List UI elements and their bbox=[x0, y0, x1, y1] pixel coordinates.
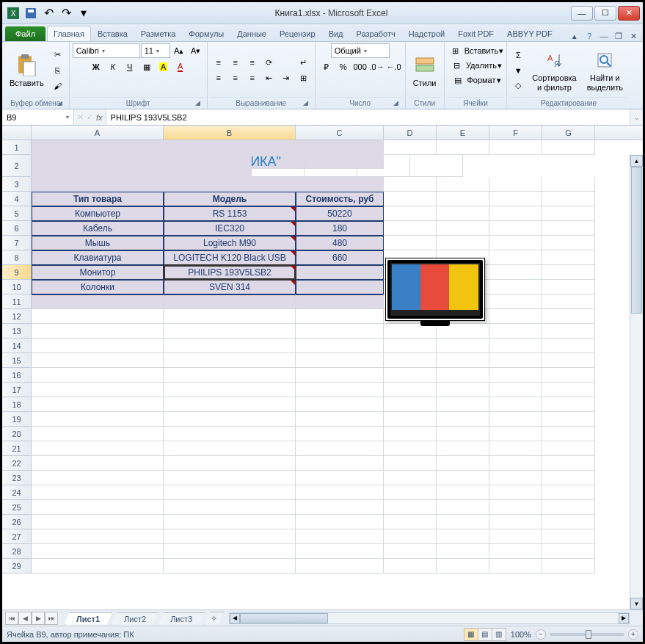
cell[interactable] bbox=[32, 397, 164, 412]
cell[interactable] bbox=[296, 280, 384, 294]
select-all-corner[interactable] bbox=[2, 126, 32, 140]
row-header[interactable]: 28 bbox=[2, 544, 32, 559]
cell[interactable] bbox=[384, 353, 437, 368]
cell[interactable] bbox=[437, 383, 489, 397]
row-header[interactable]: 1 bbox=[2, 140, 32, 155]
cell[interactable] bbox=[542, 397, 595, 412]
save-icon[interactable] bbox=[23, 5, 39, 21]
qat-more-icon[interactable]: ▾ bbox=[76, 5, 92, 21]
cell[interactable] bbox=[384, 544, 437, 559]
row-header[interactable]: 7 bbox=[2, 236, 32, 250]
redo-icon[interactable]: ↷ bbox=[58, 5, 74, 21]
cell[interactable] bbox=[384, 140, 437, 155]
cell[interactable] bbox=[542, 427, 595, 441]
row-header[interactable]: 27 bbox=[2, 529, 32, 544]
tab-formulas[interactable]: Формулы bbox=[182, 26, 230, 41]
cell[interactable] bbox=[437, 140, 489, 155]
cell[interactable]: Кабель bbox=[32, 221, 164, 236]
cell[interactable] bbox=[542, 515, 595, 529]
cell[interactable] bbox=[489, 280, 542, 294]
cell[interactable] bbox=[296, 324, 384, 339]
col-header-b[interactable]: B bbox=[164, 126, 296, 140]
cell[interactable] bbox=[296, 559, 384, 574]
doc-close-icon[interactable]: ✕ bbox=[628, 31, 638, 41]
zoom-level[interactable]: 100% bbox=[511, 630, 531, 639]
cell[interactable] bbox=[296, 309, 384, 324]
wrap-text-icon[interactable]: ↵ bbox=[296, 55, 312, 70]
cell[interactable] bbox=[542, 206, 595, 221]
row-header[interactable]: 26 bbox=[2, 515, 32, 529]
cell[interactable] bbox=[489, 324, 542, 339]
cell[interactable] bbox=[437, 206, 489, 221]
paste-button[interactable]: Вставить bbox=[5, 52, 48, 89]
cell[interactable] bbox=[437, 192, 489, 206]
formula-expand-icon[interactable]: ⌄ bbox=[630, 109, 643, 125]
number-format-combo[interactable]: Общий▾ bbox=[331, 43, 390, 58]
cell[interactable]: Мышь bbox=[32, 236, 164, 250]
currency-icon[interactable]: ₽ bbox=[318, 59, 335, 74]
fill-icon[interactable]: ▼ bbox=[510, 63, 526, 78]
align-launcher-icon[interactable]: ◢ bbox=[302, 99, 310, 108]
sheet-tab-1[interactable]: Лист1 bbox=[64, 612, 112, 625]
cell[interactable] bbox=[437, 427, 489, 441]
cell[interactable] bbox=[542, 544, 595, 559]
cell[interactable] bbox=[32, 427, 164, 441]
cell[interactable] bbox=[542, 485, 595, 500]
cell[interactable] bbox=[489, 265, 542, 280]
view-page-layout-icon[interactable]: ▤ bbox=[478, 628, 492, 641]
cell[interactable]: Компьютер bbox=[32, 206, 164, 221]
cell[interactable] bbox=[437, 353, 489, 368]
zoom-out-icon[interactable]: − bbox=[536, 629, 546, 640]
indent-inc-icon[interactable]: ⇥ bbox=[278, 70, 294, 85]
zoom-in-icon[interactable]: + bbox=[628, 629, 638, 640]
cell[interactable] bbox=[32, 485, 164, 500]
font-color-icon[interactable]: A bbox=[172, 59, 189, 74]
autosum-icon[interactable]: Σ bbox=[510, 48, 526, 62]
cell[interactable] bbox=[296, 427, 384, 441]
cell[interactable] bbox=[164, 324, 296, 339]
cell[interactable] bbox=[437, 544, 489, 559]
cell[interactable] bbox=[384, 177, 437, 192]
cell[interactable] bbox=[384, 324, 437, 339]
cell[interactable] bbox=[489, 471, 542, 485]
sheet-last-icon[interactable]: ⏭ bbox=[45, 612, 58, 625]
new-sheet-icon[interactable]: ✧ bbox=[204, 612, 224, 625]
cell[interactable] bbox=[32, 529, 164, 544]
cell[interactable] bbox=[489, 309, 542, 324]
cell[interactable] bbox=[164, 441, 296, 456]
cell[interactable] bbox=[32, 140, 164, 155]
orientation-icon[interactable]: ⟳ bbox=[261, 55, 277, 70]
tab-data[interactable]: Данные bbox=[230, 26, 273, 41]
cell[interactable] bbox=[296, 353, 384, 368]
cell[interactable] bbox=[164, 339, 296, 353]
cell[interactable]: PHILIPS 193V5LSB2 bbox=[164, 265, 296, 280]
cut-icon[interactable]: ✂ bbox=[50, 48, 66, 62]
cell[interactable] bbox=[32, 456, 164, 471]
sheet-next-icon[interactable]: ▶ bbox=[32, 612, 45, 625]
cell[interactable] bbox=[384, 485, 437, 500]
cell[interactable] bbox=[32, 500, 164, 515]
cell[interactable] bbox=[437, 559, 489, 574]
undo-icon[interactable]: ↶ bbox=[40, 5, 57, 21]
scroll-right-icon[interactable]: ▶ bbox=[619, 613, 629, 623]
cell[interactable] bbox=[384, 236, 437, 250]
cell[interactable] bbox=[164, 353, 296, 368]
cell[interactable] bbox=[296, 177, 384, 192]
cell[interactable] bbox=[489, 397, 542, 412]
cell[interactable]: Монитор bbox=[32, 265, 164, 280]
cell[interactable] bbox=[437, 515, 489, 529]
cell[interactable] bbox=[32, 441, 164, 456]
cell[interactable] bbox=[384, 441, 437, 456]
cell[interactable] bbox=[384, 500, 437, 515]
scroll-left-icon[interactable]: ◀ bbox=[230, 613, 240, 623]
cell[interactable] bbox=[164, 515, 296, 529]
percent-icon[interactable]: % bbox=[335, 59, 351, 74]
row-header[interactable]: 18 bbox=[2, 397, 32, 412]
clipboard-launcher-icon[interactable]: ◢ bbox=[56, 99, 65, 108]
cell[interactable] bbox=[489, 140, 542, 155]
font-name-combo[interactable]: Calibri▾ bbox=[73, 43, 140, 58]
inc-decimal-icon[interactable]: .0→ bbox=[369, 59, 385, 74]
cell[interactable] bbox=[489, 368, 542, 383]
cell[interactable] bbox=[296, 265, 384, 280]
cell[interactable]: 660 bbox=[296, 250, 384, 265]
